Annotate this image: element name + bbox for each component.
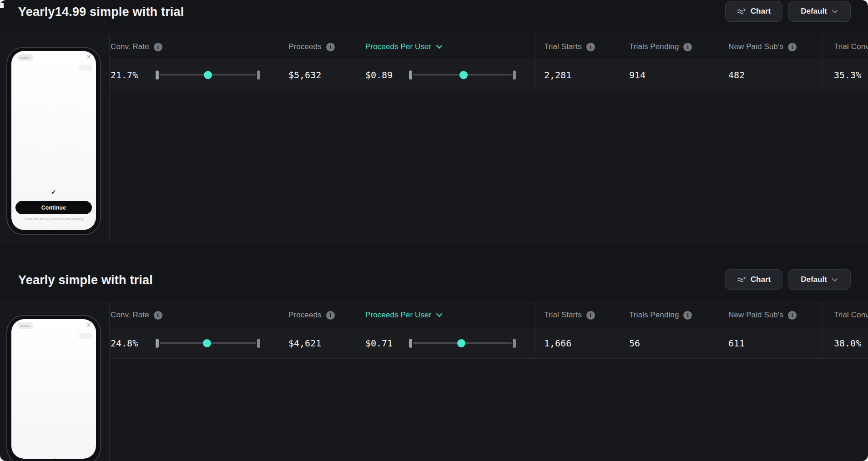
info-icon[interactable]: i bbox=[154, 43, 162, 51]
close-icon[interactable]: ✕ bbox=[86, 53, 91, 60]
info-icon[interactable]: i bbox=[326, 311, 335, 320]
trials-pending-value: 56 bbox=[629, 328, 640, 358]
slider-min-handle bbox=[156, 70, 159, 80]
column-header-trial-conversion: Trial Conversion bbox=[834, 302, 868, 328]
preset-dropdown-label: Default bbox=[801, 7, 827, 16]
screen-edge-artifact bbox=[0, 3, 4, 8]
slider-min-handle bbox=[156, 339, 159, 348]
conv-rate-slider[interactable] bbox=[156, 328, 260, 358]
slider-thumb[interactable] bbox=[204, 71, 212, 79]
chevron-down-icon bbox=[832, 10, 838, 14]
info-icon[interactable]: i bbox=[326, 43, 335, 51]
info-icon[interactable]: i bbox=[788, 43, 797, 51]
column-label: Trial Starts bbox=[544, 42, 582, 51]
slider-thumb[interactable] bbox=[457, 339, 465, 347]
divider bbox=[279, 302, 279, 358]
info-icon[interactable]: i bbox=[586, 43, 595, 51]
column-label: Trials Pending bbox=[629, 311, 679, 320]
continue-button[interactable]: Continue bbox=[15, 201, 92, 214]
divider bbox=[109, 358, 868, 359]
column-label: Trial Conversion bbox=[834, 42, 868, 51]
proceeds-value: $5,632 bbox=[288, 60, 321, 90]
sort-chevron-down-icon bbox=[436, 43, 443, 51]
close-icon[interactable]: ✕ bbox=[86, 321, 91, 329]
ghost-placeholder bbox=[79, 65, 92, 71]
chart-button-label: Chart bbox=[751, 275, 771, 284]
plan-section-2: Yearly simple with trial Chart Default bbox=[0, 268, 868, 461]
slider-max-handle bbox=[257, 70, 260, 80]
trials-pending-value: 914 bbox=[629, 60, 646, 90]
column-header-proceeds-per-user[interactable]: Proceeds Per User bbox=[365, 302, 443, 328]
new-paid-subs-value: 482 bbox=[728, 60, 745, 90]
column-header-proceeds: Proceeds i bbox=[288, 302, 335, 328]
slider-thumb[interactable] bbox=[459, 71, 468, 79]
preset-dropdown[interactable]: Default bbox=[788, 269, 851, 290]
divider bbox=[823, 34, 823, 90]
column-label: Trials Pending bbox=[629, 42, 679, 51]
slider-thumb[interactable] bbox=[203, 339, 211, 347]
divider bbox=[109, 302, 110, 461]
conv-rate-value: 24.8% bbox=[111, 328, 138, 358]
slider-max-handle bbox=[513, 339, 516, 348]
divider bbox=[355, 302, 355, 358]
trend-chart-icon bbox=[737, 8, 746, 15]
proceeds-per-user-value: $0.71 bbox=[365, 328, 393, 358]
restore-button[interactable]: Restore bbox=[17, 322, 33, 329]
paywall-preview-phone[interactable]: Restore ✕ ✓ Continue 3 days free, then $… bbox=[6, 315, 101, 461]
divider bbox=[535, 302, 535, 358]
slider-min-handle bbox=[409, 70, 412, 80]
proceeds-per-user-slider[interactable] bbox=[409, 328, 516, 358]
trend-chart-icon bbox=[737, 276, 746, 283]
chart-button[interactable]: Chart bbox=[725, 1, 782, 22]
plan-section-1: Yearly14.99 simple with trial Chart Defa… bbox=[0, 0, 868, 243]
divider bbox=[619, 302, 619, 358]
paywall-screen: Restore ✕ ✓ Continue 3 days free, then $… bbox=[11, 51, 96, 230]
paywall-screen: Restore ✕ ✓ Continue 3 days free, then $… bbox=[11, 319, 96, 459]
column-header-conv-rate: Conv. Rate i bbox=[111, 302, 162, 328]
chart-button[interactable]: Chart bbox=[725, 269, 782, 290]
column-header-trials-pending: Trials Pending i bbox=[629, 34, 692, 60]
column-label: Proceeds bbox=[288, 42, 322, 51]
slider-max-handle bbox=[257, 339, 260, 348]
section-title: Yearly simple with trial bbox=[18, 273, 153, 287]
divider bbox=[535, 34, 535, 90]
divider bbox=[823, 302, 823, 358]
info-icon[interactable]: i bbox=[788, 311, 797, 320]
proceeds-per-user-value: $0.89 bbox=[365, 60, 393, 90]
conv-rate-slider[interactable] bbox=[156, 60, 260, 90]
info-icon[interactable]: i bbox=[586, 311, 595, 320]
info-icon[interactable]: i bbox=[683, 311, 692, 320]
chevron-down-icon bbox=[832, 278, 838, 282]
column-header-trial-starts: Trial Starts i bbox=[544, 302, 595, 328]
new-paid-subs-value: 611 bbox=[728, 328, 745, 358]
trial-starts-value: 2,281 bbox=[544, 60, 571, 90]
column-header-new-paid-subs: New Paid Sub's i bbox=[728, 302, 797, 328]
divider bbox=[355, 34, 355, 90]
column-label: Conv. Rate bbox=[111, 311, 149, 320]
column-header-proceeds-per-user[interactable]: Proceeds Per User bbox=[365, 34, 443, 60]
section-title: Yearly14.99 simple with trial bbox=[18, 5, 184, 19]
proceeds-value: $4,621 bbox=[288, 328, 321, 358]
column-label: New Paid Sub's bbox=[728, 311, 783, 320]
checkmark-icon: ✓ bbox=[11, 189, 96, 195]
column-header-trial-conversion: Trial Conversion bbox=[834, 34, 868, 60]
divider bbox=[109, 90, 868, 90]
info-icon[interactable]: i bbox=[154, 311, 162, 320]
paywall-preview-phone[interactable]: Restore ✕ ✓ Continue 3 days free, then $… bbox=[6, 47, 101, 235]
preset-dropdown[interactable]: Default bbox=[788, 1, 851, 22]
column-header-trial-starts: Trial Starts i bbox=[544, 34, 595, 60]
divider bbox=[279, 34, 279, 90]
restore-button[interactable]: Restore bbox=[17, 54, 33, 61]
divider bbox=[109, 34, 110, 243]
column-label: Conv. Rate bbox=[111, 42, 149, 51]
column-header-trials-pending: Trials Pending i bbox=[629, 302, 692, 328]
trial-conversion-value: 35.3% bbox=[834, 60, 861, 90]
slider-max-handle bbox=[513, 70, 516, 80]
column-header-new-paid-subs: New Paid Sub's i bbox=[728, 34, 797, 60]
proceeds-per-user-slider[interactable] bbox=[409, 60, 516, 90]
column-header-conv-rate: Conv. Rate i bbox=[111, 34, 162, 60]
info-icon[interactable]: i bbox=[683, 43, 692, 51]
ghost-placeholder bbox=[79, 333, 92, 339]
dashboard-page: Yearly14.99 simple with trial Chart Defa… bbox=[0, 0, 868, 461]
divider bbox=[719, 302, 719, 358]
